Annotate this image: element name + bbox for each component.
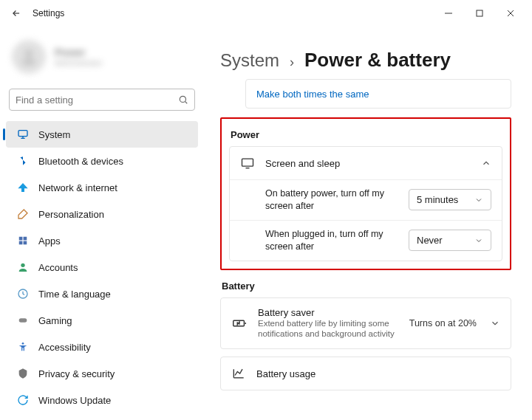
maximize-icon: [476, 10, 483, 17]
breadcrumb-separator: ›: [290, 55, 294, 70]
sidebar-item-label: Accounts: [38, 262, 78, 273]
battery-usage-title: Battery usage: [256, 368, 500, 379]
avatar: [12, 40, 46, 74]
minimize-button[interactable]: [433, 3, 464, 24]
bluetooth-icon: [16, 154, 30, 168]
chevron-up-icon: [481, 158, 491, 168]
sidebar-item-time-language[interactable]: Time & language: [6, 280, 198, 307]
sidebar-item-label: Privacy & security: [38, 368, 115, 379]
person-icon: [16, 261, 30, 274]
gamepad-icon: [16, 314, 30, 327]
same-times-link[interactable]: Make both times the same: [256, 89, 369, 100]
sidebar-item-label: Accessibility: [38, 342, 91, 353]
chevron-down-icon: [490, 318, 500, 328]
search-input[interactable]: [16, 94, 178, 106]
svg-rect-10: [19, 318, 27, 322]
wifi-icon: [16, 181, 30, 194]
minimize-icon: [445, 10, 452, 17]
main-panel: System › Power & battery Make both times…: [207, 27, 532, 420]
sidebar-item-label: Network & internet: [38, 182, 117, 193]
sidebar-item-label: Bluetooth & devices: [38, 156, 123, 167]
sidebar-item-accounts[interactable]: Accounts: [6, 254, 198, 280]
battery-section-title: Battery: [222, 280, 510, 292]
battery-usage-card[interactable]: Battery usage: [220, 357, 511, 390]
sidebar-item-network[interactable]: Network & internet: [6, 174, 198, 201]
chevron-down-icon: [474, 196, 483, 204]
on-battery-dropdown[interactable]: 5 minutes: [409, 189, 491, 210]
power-section-title: Power: [231, 129, 501, 140]
svg-rect-3: [18, 131, 27, 137]
breadcrumb: System › Power & battery: [220, 49, 511, 72]
page-title: Power & battery: [304, 49, 451, 72]
search-icon: [178, 94, 188, 105]
plugged-in-dropdown[interactable]: Never: [409, 230, 491, 251]
sidebar-item-label: System: [38, 129, 70, 140]
svg-rect-12: [242, 159, 253, 166]
close-icon: [507, 10, 514, 17]
chevron-down-icon: [474, 236, 483, 245]
sidebar-item-label: Windows Update: [38, 395, 111, 406]
sidebar-item-windows-update[interactable]: Windows Update: [6, 387, 198, 413]
sidebar-item-system[interactable]: System: [6, 121, 198, 148]
plugged-in-value: Never: [417, 235, 443, 246]
titlebar: Settings: [0, 0, 532, 27]
search-box[interactable]: [9, 89, 195, 111]
battery-saver-card[interactable]: Battery saver Extend battery life by lim…: [220, 297, 511, 350]
battery-saver-icon: [231, 315, 248, 331]
update-icon: [16, 393, 30, 407]
monitor-icon: [240, 156, 255, 171]
svg-point-1: [26, 50, 33, 57]
svg-point-8: [21, 264, 24, 267]
sidebar-item-label: Personalization: [38, 209, 104, 220]
screen-sleep-title: Screen and sleep: [265, 158, 471, 169]
sidebar-item-personalization[interactable]: Personalization: [6, 201, 198, 227]
svg-rect-0: [477, 10, 482, 16]
svg-rect-5: [24, 237, 27, 241]
brush-icon: [16, 207, 30, 221]
plugged-in-row: When plugged in, turn off my screen afte…: [230, 220, 502, 261]
plugged-in-label: When plugged in, turn off my screen afte…: [265, 228, 398, 253]
breadcrumb-parent[interactable]: System: [220, 50, 279, 71]
svg-rect-7: [24, 241, 27, 245]
profile-block[interactable]: Power Administrator: [3, 32, 201, 89]
battery-section: Battery Battery saver Extend battery lif…: [220, 280, 511, 391]
sidebar-item-gaming[interactable]: Gaming: [6, 307, 198, 334]
sidebar-item-label: Time & language: [38, 289, 111, 300]
app-title: Settings: [33, 8, 64, 18]
back-button[interactable]: [6, 3, 27, 24]
apps-icon: [16, 234, 30, 247]
svg-point-2: [180, 96, 185, 102]
sidebar-item-label: Apps: [38, 235, 61, 247]
screen-sleep-header[interactable]: Screen and sleep: [230, 147, 502, 179]
nav-list: System Bluetooth & devices Network & int…: [3, 118, 201, 416]
svg-rect-4: [19, 237, 23, 241]
maximize-button[interactable]: [464, 3, 495, 24]
sidebar-item-label: Gaming: [38, 315, 72, 326]
sidebar-item-privacy[interactable]: Privacy & security: [6, 360, 198, 387]
svg-point-11: [22, 342, 24, 345]
system-icon: [16, 128, 30, 141]
svg-rect-6: [19, 241, 23, 245]
profile-name: Power: [55, 47, 103, 58]
person-icon: [19, 47, 38, 66]
battery-saver-sub: Extend battery life by limiting some not…: [258, 318, 398, 340]
sidebar: Power Administrator System Bluetooth & d…: [0, 27, 207, 420]
accessibility-icon: [16, 340, 30, 354]
power-section-highlight: Power Screen and sleep On battery power,…: [220, 117, 511, 270]
on-battery-value: 5 minutes: [417, 194, 458, 205]
sidebar-item-bluetooth[interactable]: Bluetooth & devices: [6, 148, 198, 174]
screen-sleep-card: Screen and sleep On battery power, turn …: [229, 146, 502, 261]
chart-icon: [231, 366, 246, 381]
battery-saver-status: Turns on at 20%: [409, 318, 477, 328]
clock-globe-icon: [16, 287, 30, 300]
arrow-left-icon: [11, 8, 21, 18]
on-battery-row: On battery power, turn off my screen aft…: [230, 179, 502, 220]
sidebar-item-accessibility[interactable]: Accessibility: [6, 334, 198, 360]
shield-icon: [16, 367, 30, 380]
battery-saver-title: Battery saver: [258, 307, 399, 318]
window-controls: [433, 3, 526, 24]
hint-card: Make both times the same: [245, 79, 511, 109]
sidebar-item-apps[interactable]: Apps: [6, 227, 198, 254]
on-battery-label: On battery power, turn off my screen aft…: [265, 187, 398, 213]
close-button[interactable]: [495, 3, 526, 24]
